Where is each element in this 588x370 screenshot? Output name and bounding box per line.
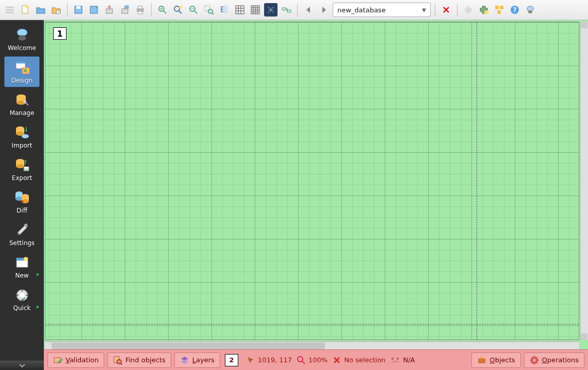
page-number-label: 1	[53, 27, 67, 40]
design-canvas[interactable]: 1	[45, 22, 579, 340]
fit-icon[interactable]	[264, 3, 277, 17]
scroll-up-button[interactable]	[581, 22, 587, 28]
design-icon	[14, 59, 30, 76]
scroll-down-button[interactable]	[581, 333, 587, 340]
svg-rect-22	[223, 8, 227, 10]
svg-point-61	[18, 233, 20, 235]
horizontal-scroll-thumb[interactable]	[52, 343, 325, 349]
sidebar-item-quick[interactable]: Quick	[4, 284, 40, 315]
open-folder-icon[interactable]	[34, 3, 47, 17]
svg-point-75	[533, 359, 536, 362]
modules-icon[interactable]	[493, 3, 506, 17]
sidebar-item-new[interactable]: New	[4, 251, 40, 282]
svg-rect-0	[6, 7, 14, 8]
svg-rect-13	[138, 6, 142, 9]
zoom-reset-icon[interactable]	[171, 3, 185, 17]
objects-label: Objects	[489, 356, 515, 364]
status-bar: Validation Find objects Layers 2 1019, 1…	[44, 349, 588, 370]
plugin-manage-icon[interactable]	[477, 3, 491, 17]
svg-point-52	[16, 164, 24, 168]
svg-point-57	[15, 197, 23, 201]
close-icon[interactable]	[439, 3, 453, 17]
print-icon[interactable]	[134, 3, 147, 17]
plugin-icon[interactable]	[462, 3, 475, 17]
svg-text:?: ?	[513, 6, 517, 13]
svg-rect-7	[76, 6, 80, 9]
svg-rect-24	[236, 6, 244, 14]
status-number-box: 2	[225, 354, 238, 366]
save-icon[interactable]	[72, 3, 85, 17]
svg-point-49	[22, 134, 29, 138]
operations-label: Operations	[542, 356, 579, 364]
svg-point-71	[391, 358, 394, 360]
validation-button[interactable]: Validation	[47, 352, 104, 368]
prev-icon[interactable]	[302, 3, 315, 17]
relation-icon[interactable]	[280, 3, 293, 17]
sidebar-item-label: Manage	[10, 109, 35, 117]
page-boundary-horizontal	[45, 324, 579, 325]
save-as-icon[interactable]	[87, 3, 101, 17]
recent-folder-icon[interactable]	[50, 3, 63, 17]
zoom-level[interactable]: 100%	[297, 356, 328, 364]
zoom-in-icon[interactable]	[156, 3, 169, 17]
svg-point-45	[23, 100, 26, 103]
dropdown-arrow-icon: ▼	[422, 7, 426, 13]
svg-point-64	[24, 257, 28, 261]
sidebar-item-design[interactable]: Design	[4, 56, 40, 87]
export-icon[interactable]	[103, 3, 116, 17]
svg-rect-1	[6, 9, 14, 11]
horizontal-scrollbar[interactable]	[45, 342, 579, 349]
vertical-scrollbar[interactable]	[580, 22, 588, 340]
cursor-position: 1019, 117	[247, 356, 292, 364]
sidebar-expand-button[interactable]	[0, 361, 44, 370]
sidebar-item-label: New	[15, 272, 28, 279]
sidebar-item-import[interactable]: Import	[4, 121, 40, 152]
grid-small-icon[interactable]	[233, 3, 247, 17]
sidebar-item-label: Settings	[9, 239, 35, 247]
svg-rect-8	[90, 6, 97, 13]
cursor-position-value: 1019, 117	[258, 356, 292, 364]
svg-rect-31	[500, 6, 503, 9]
database-selector[interactable]: new_database ▼	[333, 3, 431, 17]
grid-large-icon[interactable]	[249, 3, 262, 17]
sidebar-item-label: Design	[11, 77, 32, 84]
new-file-icon[interactable]	[19, 3, 32, 17]
svg-point-20	[208, 9, 213, 13]
selection-status: No selection	[333, 356, 385, 364]
svg-point-16	[174, 6, 179, 11]
side-toolbar: Welcome Design Manage Import SQL Export …	[0, 20, 44, 370]
manage-icon	[14, 92, 30, 108]
objects-button[interactable]: Objects	[471, 352, 520, 368]
operations-button[interactable]: Operations	[524, 352, 584, 368]
zoom-out-icon[interactable]	[187, 3, 200, 17]
help-icon[interactable]: ?	[508, 3, 521, 17]
sidebar-item-diff[interactable]: Diff	[4, 186, 40, 217]
zoom-icon	[297, 356, 305, 364]
design-canvas-wrap: 1	[44, 20, 588, 349]
search-icon	[113, 356, 122, 365]
sidebar-item-export[interactable]: SQL Export	[4, 154, 40, 185]
layers-button[interactable]: Layers	[174, 352, 220, 368]
welcome-icon	[14, 27, 30, 43]
sidebar-item-settings[interactable]: Settings	[4, 219, 40, 250]
menu-icon[interactable]	[3, 3, 17, 17]
zoom-selection-icon[interactable]	[202, 3, 216, 17]
next-icon[interactable]	[317, 3, 331, 17]
na-icon	[390, 357, 400, 364]
sidebar-item-manage[interactable]: Manage	[4, 89, 40, 120]
find-objects-button[interactable]: Find objects	[107, 352, 171, 368]
svg-rect-23	[223, 11, 227, 13]
sidebar-item-welcome[interactable]: Welcome	[4, 24, 40, 55]
quick-icon	[14, 287, 30, 303]
tree-icon[interactable]	[218, 3, 231, 17]
database-selector-value: new_database	[337, 6, 386, 14]
gear-icon	[530, 356, 539, 365]
svg-text:SQL: SQL	[24, 168, 29, 171]
about-icon[interactable]	[524, 3, 537, 17]
zoom-value: 100%	[308, 356, 328, 364]
new-icon	[14, 254, 30, 271]
validation-label: Validation	[66, 356, 99, 364]
na-value: N/A	[403, 356, 415, 364]
diff-icon	[14, 189, 30, 206]
export-all-icon[interactable]	[118, 3, 132, 17]
